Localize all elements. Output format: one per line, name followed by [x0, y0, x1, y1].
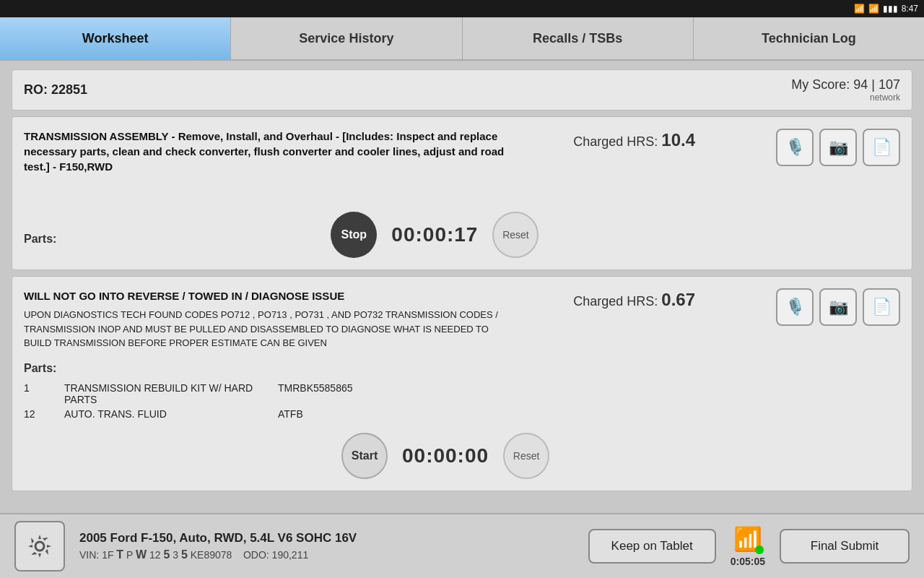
document-icon-2[interactable]: 📄 — [863, 288, 900, 326]
parts-label-1: Parts: — [24, 233, 56, 246]
tab-service-history[interactable]: Service History — [231, 17, 462, 59]
wifi-icon-container: 📶 — [733, 525, 762, 553]
parts-label-2: Parts: — [24, 362, 56, 374]
service-card-2: WILL NOT GO INTO REVERSE / TOWED IN / DI… — [12, 276, 912, 491]
final-submit-button[interactable]: Final Submit — [780, 529, 910, 564]
wifi-section: 📶 0:05:05 — [731, 525, 765, 567]
timer-display-2: 00:00:00 — [402, 444, 489, 467]
parts-qty-1: 1 — [24, 382, 53, 405]
service-1-title: TRANSMISSION ASSEMBLY - Remove, Install,… — [24, 129, 515, 174]
vehicle-name: 2005 Ford F-150, Auto, RWD, 5.4L V6 SOHC… — [79, 531, 574, 545]
ro-number: RO: 22851 — [24, 82, 87, 98]
timer-display-1: 00:00:17 — [391, 223, 478, 246]
score-text: My Score: 94 | 107 — [791, 77, 900, 92]
svg-point-0 — [35, 542, 44, 551]
battery-icon: ▮▮▮ — [883, 4, 898, 14]
service-1-bottom: Parts: Stop 00:00:17 Reset — [24, 212, 900, 258]
score-section: My Score: 94 | 107 network — [791, 77, 900, 103]
parts-name-2: AUTO. TRANS. FLUID — [64, 408, 266, 420]
vehicle-vin: VIN: 1F T P W 12 5 3 5 KE89078 ODO: 190,… — [79, 548, 574, 561]
network-label: network — [791, 92, 900, 103]
wifi-time: 0:05:05 — [731, 556, 765, 567]
ro-header: RO: 22851 My Score: 94 | 107 network — [12, 69, 912, 111]
service-2-detail: UPON DIAGNOSTICS TECH FOUND CODES PO712 … — [24, 308, 500, 350]
service-1-icons: 🎙️ 📷 📄 — [776, 129, 900, 166]
parts-qty-2: 12 — [24, 408, 53, 420]
timer-section-1: Stop 00:00:17 Reset — [331, 212, 539, 258]
service-2-icons: 🎙️ 📷 📄 — [776, 288, 900, 326]
charged-hrs-2: Charged HRS: 0.67 — [573, 290, 695, 310]
parts-name-1: TRANSMISSION REBUILD KIT W/ HARD PARTS — [64, 382, 266, 405]
document-icon-1[interactable]: 📄 — [863, 129, 900, 166]
wifi-connected-dot — [755, 545, 764, 554]
main-content: RO: 22851 My Score: 94 | 107 network TRA… — [0, 61, 924, 500]
service-2-title: WILL NOT GO INTO REVERSE / TOWED IN / DI… — [24, 288, 515, 303]
timer-section-2: Start 00:00:00 Reset — [24, 433, 900, 479]
microphone-icon-2[interactable]: 🎙️ — [776, 288, 814, 326]
wifi-status-icon: 📶 — [868, 4, 879, 14]
parts-row-1: 1 TRANSMISSION REBUILD KIT W/ HARD PARTS… — [24, 381, 900, 407]
start-button-2[interactable]: Start — [341, 433, 388, 479]
parts-code-2: ATFB — [278, 408, 393, 420]
vehicle-icon — [14, 521, 65, 571]
camera-icon-2[interactable]: 📷 — [819, 288, 857, 326]
tab-bar: Worksheet Service History Recalls / TSBs… — [0, 17, 924, 61]
gear-icon — [25, 532, 54, 561]
parts-code-1: TMRBK5585865 — [278, 382, 393, 405]
stop-button-1[interactable]: Stop — [331, 212, 377, 258]
microphone-icon-1[interactable]: 🎙️ — [776, 129, 814, 166]
parts-table-2: 1 TRANSMISSION REBUILD KIT W/ HARD PARTS… — [24, 381, 900, 421]
tab-worksheet[interactable]: Worksheet — [0, 17, 231, 59]
vehicle-info: 2005 Ford F-150, Auto, RWD, 5.4L V6 SOHC… — [79, 531, 574, 561]
tab-recalls-tsbs[interactable]: Recalls / TSBs — [463, 17, 694, 59]
parts-row-2: 12 AUTO. TRANS. FLUID ATFB — [24, 407, 900, 421]
charged-hrs-1: Charged HRS: 10.4 — [573, 130, 695, 150]
status-bar: 📶 📶 ▮▮▮ 8:47 — [0, 0, 924, 17]
footer: 2005 Ford F-150, Auto, RWD, 5.4L V6 SOHC… — [0, 513, 924, 578]
keep-tablet-button[interactable]: Keep on Tablet — [588, 529, 716, 564]
reset-button-1[interactable]: Reset — [492, 212, 539, 258]
status-icons: 📶 📶 ▮▮▮ 8:47 — [854, 4, 918, 14]
service-2-parts: Parts: 1 TRANSMISSION REBUILD KIT W/ HAR… — [24, 362, 900, 421]
camera-icon-1[interactable]: 📷 — [819, 129, 857, 166]
time-display: 8:47 — [902, 4, 918, 14]
reset-button-2[interactable]: Reset — [503, 433, 549, 479]
tab-technician-log[interactable]: Technician Log — [694, 17, 924, 59]
service-card-1: TRANSMISSION ASSEMBLY - Remove, Install,… — [12, 116, 912, 270]
signal-icon: 📶 — [854, 4, 865, 14]
